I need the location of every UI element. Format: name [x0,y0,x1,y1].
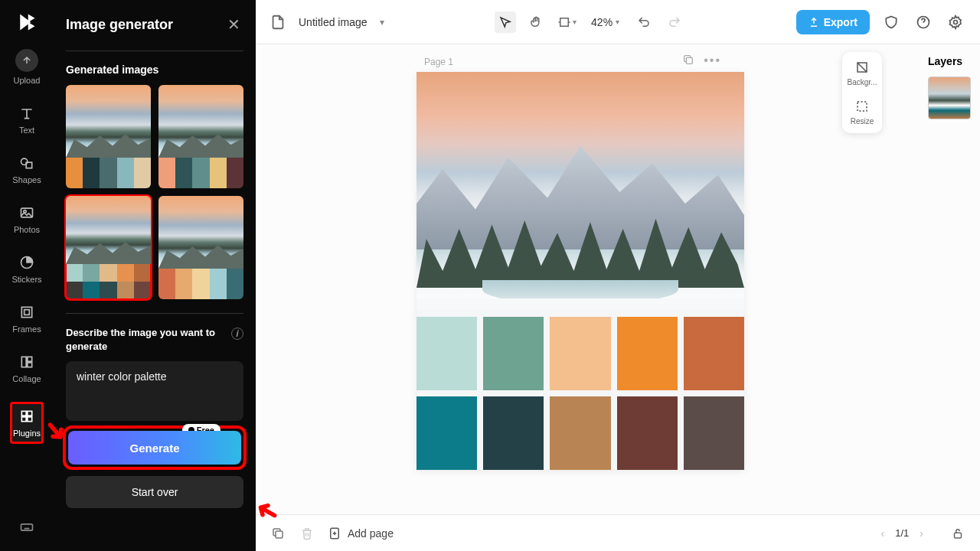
page-more-icon[interactable]: ••• [704,54,721,67]
rail-frames[interactable]: Frames [12,304,41,334]
svg-rect-21 [276,531,283,538]
image-generator-panel: Image generator ✕ Generated images Descr… [54,0,256,551]
canvas[interactable]: Page 1 ••• [256,44,922,514]
rail-label: Collage [12,374,41,383]
resize-tool[interactable]: Resize [851,99,874,126]
swatch [617,396,678,470]
left-rail: Upload Text Shapes Photos Stickers Frame… [0,0,54,551]
keyboard-icon [18,519,35,536]
redo-button[interactable] [664,11,685,33]
rail-photos[interactable]: Photos [14,204,40,234]
panel-title: Image generator [66,17,173,33]
pointer-tool[interactable] [495,11,516,33]
app-logo[interactable] [15,11,38,34]
lock-icon[interactable] [949,525,966,542]
swatch [550,317,610,390]
divider [66,313,243,314]
svg-rect-8 [28,357,32,361]
svg-rect-5 [21,307,31,317]
start-over-button[interactable]: Start over [66,476,243,508]
svg-rect-15 [560,18,568,26]
delete-icon[interactable] [299,525,315,542]
rail-upload[interactable]: Upload [14,49,41,85]
photos-icon [18,204,35,221]
canvas-float-tools: Backgr... Resize [842,52,882,133]
generate-wrap: Free Generate [66,429,243,467]
help-icon[interactable] [913,11,934,33]
document-icon[interactable] [270,14,286,31]
export-button[interactable]: Export [796,10,870,34]
pager: ‹ 1/1 › [881,525,966,542]
generated-thumb-2[interactable] [158,85,243,188]
background-icon [854,60,870,75]
divider [66,51,243,51]
generated-thumb-1[interactable] [66,85,151,188]
rail-label: Frames [12,324,41,334]
svg-rect-10 [21,411,26,416]
resize-icon [854,99,870,114]
generated-images-label: Generated images [66,64,243,76]
layers-title: Layers [928,55,974,67]
layer-thumb[interactable] [928,77,971,119]
rail-label: Photos [14,225,40,234]
generated-thumb-4[interactable] [158,196,243,299]
artboard[interactable] [416,72,744,470]
swatch [684,317,744,390]
info-icon[interactable]: i [231,328,243,340]
collage-icon [18,354,35,370]
prev-page[interactable]: ‹ [881,527,885,540]
plugins-icon [18,408,35,425]
hand-tool[interactable] [525,11,547,33]
rail-label: Text [19,126,34,135]
upload-icon [15,49,38,72]
add-page-button[interactable]: Add page [328,527,394,540]
rail-plugins[interactable]: Plugins [11,403,42,442]
palette-swatches [416,311,744,470]
main-area: Untitled image ▾ ▾ 42% ▾ Export Page 1 • [256,0,980,551]
settings-icon[interactable] [945,11,966,33]
svg-rect-20 [858,102,867,111]
shield-icon[interactable] [880,11,902,33]
rail-text[interactable]: Text [18,105,35,135]
page-indicator: 1/1 [895,527,909,539]
crop-tool[interactable]: ▾ [556,11,577,33]
svg-rect-11 [28,411,32,416]
text-icon [18,105,35,122]
duplicate-page-icon[interactable] [682,54,694,67]
swatch [416,317,477,390]
rail-bottom[interactable] [18,519,35,536]
close-panel-button[interactable]: ✕ [224,12,243,37]
generated-thumb-3[interactable] [66,196,151,299]
export-icon [808,17,819,28]
rail-stickers[interactable]: Stickers [11,254,41,284]
svg-rect-18 [687,57,693,64]
swatch [617,317,678,390]
page-label: Page 1 [424,57,453,67]
zoom-level[interactable]: 42% ▾ [591,16,619,28]
rail-shapes[interactable]: Shapes [12,155,41,184]
svg-rect-7 [21,357,26,367]
next-page[interactable]: › [920,527,923,540]
swatch [684,396,744,470]
prompt-input[interactable]: winter color palette [66,361,243,421]
swatch [416,396,477,470]
layers-panel: Layers [922,44,980,514]
rail-label: Shapes [12,175,41,184]
document-name[interactable]: Untitled image [299,16,368,28]
duplicate-icon[interactable] [270,525,286,542]
swatch [483,396,544,470]
shapes-icon [18,155,35,171]
generate-button[interactable]: Generate [68,431,241,465]
generated-thumbnails [66,85,243,299]
rail-collage[interactable]: Collage [12,354,41,383]
svg-rect-12 [21,417,26,422]
generated-image-preview [416,72,744,311]
svg-rect-13 [28,417,32,422]
doc-menu-chevron[interactable]: ▾ [380,17,384,28]
undo-button[interactable] [633,11,655,33]
svg-rect-9 [28,363,32,367]
rail-label: Plugins [13,429,41,438]
swatch [483,317,544,390]
background-tool[interactable]: Backgr... [848,60,877,86]
stickers-icon [18,254,35,271]
